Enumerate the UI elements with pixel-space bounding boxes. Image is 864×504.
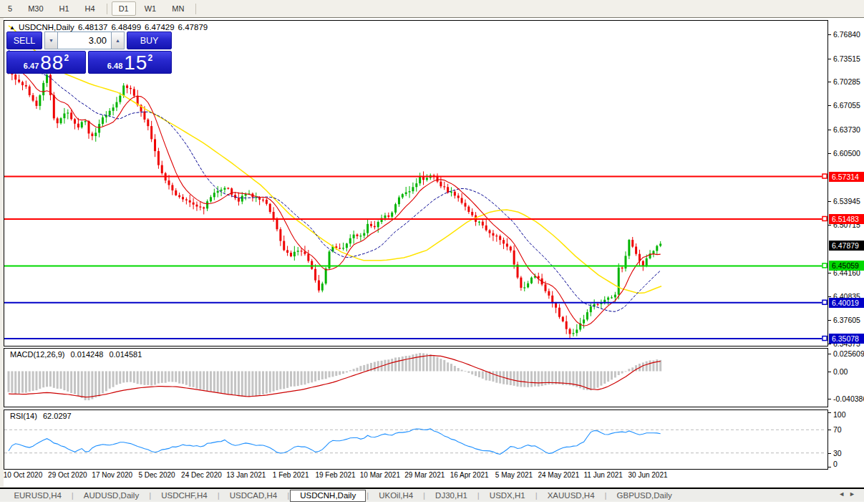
time-axis[interactable]: 10 Oct 202029 Oct 202017 Nov 20205 Dec 2… — [4, 471, 828, 481]
tab-usdcnh-daily[interactable]: USDCNH,Daily — [290, 490, 366, 502]
axis-tick-label: -0.040386 — [833, 394, 864, 403]
volume-increase-icon[interactable]: ▲ — [111, 32, 125, 49]
macd-name: MACD(12,26,9) — [10, 350, 64, 359]
main-chart-pane[interactable]: ▲ USDCNH,Daily 6.48137 6.48499 6.47429 6… — [4, 20, 828, 346]
candles-layer — [8, 57, 662, 339]
tab-audusd-daily[interactable]: AUDUSD,Daily — [74, 489, 148, 502]
tab-ukoil-h4[interactable]: UKOil,H4 — [369, 489, 422, 502]
toolbar-separator — [195, 4, 196, 14]
rsi-value: 62.0297 — [43, 412, 72, 420]
bid-price-pipette: 2 — [64, 53, 69, 63]
date-label: 29 Oct 2020 — [48, 471, 87, 479]
tab-separator: | — [477, 491, 480, 500]
tab-separator: | — [367, 491, 369, 500]
volume-input[interactable] — [58, 32, 111, 49]
axis-tick — [828, 399, 831, 399]
axis-tick — [828, 34, 831, 35]
axis-tick-label: 6.63730 — [833, 125, 860, 134]
tab-scroll-arrows: ◄► — [838, 490, 860, 498]
level-price-label: 6.51483 — [829, 214, 864, 224]
chart-tab-bar: EURUSD,H4|AUDUSD,Daily|USDCHF,H4|USDCAD,… — [0, 489, 864, 502]
date-label: 19 Feb 2021 — [315, 471, 355, 479]
axis-tick-label: 0 — [833, 460, 838, 468]
timeframe-w1[interactable]: W1 — [137, 1, 164, 16]
axis-tick — [828, 430, 831, 430]
ohlc-open: 6.48137 — [78, 23, 108, 32]
tab-scroll-left-icon[interactable]: ◄ — [838, 490, 849, 498]
date-label: 24 May 2021 — [538, 471, 579, 479]
timeframe-h1[interactable]: H1 — [52, 1, 77, 16]
axis-tick-label: 6.70285 — [833, 77, 860, 86]
date-label: 29 Mar 2021 — [404, 471, 445, 479]
timeframe-d1[interactable]: D1 — [112, 1, 136, 16]
axis-tick — [828, 153, 831, 154]
axis-tick — [828, 59, 831, 59]
level-price-label: 6.57314 — [829, 172, 864, 182]
axis-tick-label: 0.025609 — [833, 349, 864, 358]
timeframe-mn[interactable]: MN — [165, 1, 191, 16]
axis-tick-label: 6.37605 — [833, 316, 860, 324]
volume-decrease-icon[interactable]: ▼ — [44, 32, 58, 49]
collapse-icon[interactable]: ▲ — [9, 24, 15, 31]
tab-separator: | — [149, 491, 151, 500]
buy-button[interactable]: BUY — [127, 32, 172, 49]
date-label: 5 Dec 2020 — [139, 471, 175, 479]
price-axis[interactable]: 6.768406.735156.702856.670556.637306.605… — [828, 20, 864, 346]
sell-button[interactable]: SELL — [6, 32, 42, 49]
current-price-label: 6.47879 — [829, 241, 864, 251]
axis-tick-label: 100 — [833, 410, 846, 419]
ohlc-close: 6.47879 — [178, 23, 208, 32]
macd-axis[interactable]: 0.0256090.00-0.040386 — [828, 348, 864, 407]
macd-value: 0.014248 — [70, 350, 103, 359]
rsi-chart[interactable] — [4, 410, 827, 469]
chart-symbol: USDCNH,Daily — [19, 23, 74, 32]
horizontal-level-lines[interactable] — [4, 174, 827, 341]
axis-tick — [828, 354, 831, 354]
one-click-trading-panel: SELL ▼ ▲ BUY 6.47 88 2 6.48 15 2 — [6, 32, 174, 74]
tab-usdchf-h4[interactable]: USDCHF,H4 — [152, 489, 217, 502]
timeframe-toolbar: 5M30H1H4D1W1MN — [0, 0, 864, 17]
tab-usdx-h1[interactable]: USDX,H1 — [480, 489, 535, 502]
axis-tick — [828, 225, 831, 226]
tab-separator: | — [287, 491, 289, 500]
rsi-axis[interactable]: 10070300 — [828, 410, 864, 470]
date-label: 30 Jun 2021 — [628, 471, 668, 479]
axis-tick — [828, 372, 831, 372]
date-label: 10 Oct 2020 — [4, 471, 42, 479]
axis-tick — [828, 105, 831, 106]
rsi-pane[interactable]: RSI(14) 62.0297 — [4, 410, 828, 470]
level-price-label: 6.35078 — [829, 334, 864, 344]
level-price-label: 6.40019 — [829, 298, 864, 308]
bid-price-button[interactable]: 6.47 88 2 — [6, 51, 86, 74]
tab-scroll-right-icon[interactable]: ► — [849, 490, 860, 498]
axis-tick-label: 70 — [833, 425, 842, 434]
axis-tick — [828, 296, 831, 297]
timeframe-h4[interactable]: H4 — [78, 1, 102, 16]
tab-xauusd-h4[interactable]: XAUUSD,H4 — [538, 489, 604, 502]
ask-price-pipette: 2 — [147, 53, 152, 63]
axis-tick — [828, 467, 831, 467]
date-label: 1 Feb 2021 — [273, 471, 309, 479]
rsi-line — [9, 429, 661, 455]
ask-price-prefix: 6.48 — [107, 62, 122, 73]
axis-tick — [828, 201, 831, 202]
tab-gbpusd-daily[interactable]: GBPUSD,Daily — [608, 489, 681, 502]
tab-usdcad-h4[interactable]: USDCAD,H4 — [220, 489, 286, 502]
axis-tick — [828, 412, 831, 413]
tab-separator: | — [423, 491, 425, 500]
tab-dj30-h1[interactable]: DJ30,H1 — [426, 489, 477, 502]
ask-price-button[interactable]: 6.48 15 2 — [88, 51, 172, 74]
ohlc-low: 6.47429 — [145, 23, 175, 32]
date-label: 17 Nov 2020 — [92, 471, 132, 479]
ma-fast-red — [9, 62, 661, 326]
timeframe-m30[interactable]: M30 — [21, 1, 50, 16]
date-label: 24 Dec 2020 — [181, 471, 222, 479]
tab-eurusd-h4[interactable]: EURUSD,H4 — [4, 489, 70, 502]
timeframe-5[interactable]: 5 — [1, 1, 19, 16]
rsi-name: RSI(14) — [10, 412, 37, 420]
macd-signal-value: 0.014581 — [109, 350, 142, 359]
tab-separator: | — [72, 491, 74, 500]
macd-pane[interactable]: MACD(12,26,9) 0.014248 0.014581 — [4, 348, 828, 407]
axis-tick-label: 30 — [833, 449, 842, 457]
macd-histogram — [8, 353, 662, 400]
